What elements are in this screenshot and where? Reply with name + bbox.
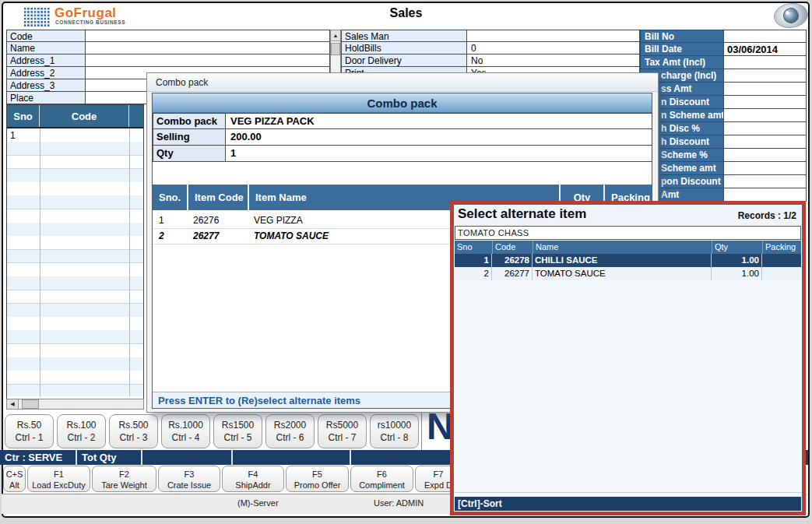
tender-amount: rs10000 — [371, 419, 418, 431]
fkey-label: Tare Weight — [93, 480, 156, 491]
column-header-itemcode: Item Code — [187, 185, 248, 210]
field-label-address3: Address_3 — [6, 79, 86, 92]
cell-name: CHILLI SAUCE — [533, 254, 712, 267]
total-label-billno: Bill No — [640, 30, 724, 43]
sales-items-rows[interactable]: 1 — [7, 128, 143, 396]
tender-button-500[interactable]: Rs.500Ctrl - 3 — [109, 414, 158, 448]
scroll-up-icon[interactable]: ▲ — [331, 30, 340, 41]
holdbills-field[interactable]: 0 — [467, 42, 640, 55]
fkey-f1[interactable]: F1Load ExcDuty — [27, 466, 90, 492]
tender-amount: Rs.500 — [110, 419, 157, 431]
fkey-code: F6 — [351, 469, 413, 480]
tender-button-10000[interactable]: rs10000Ctrl - 8 — [370, 414, 419, 448]
alternate-dialog-title: Select alternate item — [458, 206, 586, 222]
alternate-dialog-titlebar[interactable]: Select alternate item Records : 1/2 — [454, 205, 802, 225]
cell-name: TOMATO SAUCE — [533, 267, 712, 280]
scroll-left-icon[interactable]: ◀ — [7, 399, 19, 409]
tender-button-1000[interactable]: Rs.1000Ctrl - 4 — [161, 414, 210, 448]
fkey-f3[interactable]: F3Crate Issue — [158, 466, 220, 492]
status-divider — [141, 450, 142, 465]
qty-field[interactable]: 1 — [226, 146, 652, 162]
alternate-dialog-body: Select alternate item Records : 1/2 TOMA… — [453, 204, 803, 512]
tender-button-2000[interactable]: Rs2000Ctrl - 6 — [265, 414, 315, 448]
salesman-field[interactable] — [467, 30, 640, 42]
fkey-f6[interactable]: F6Compliment — [350, 466, 413, 492]
field-label-doordelivery: Door Delivery — [341, 55, 467, 67]
alternate-item-row[interactable]: 2 26277 TOMATO SAUCE 1.00 — [455, 267, 801, 281]
desktop: GoFrugal CONNECTING BUSINESS Sales Code … — [0, 0, 812, 524]
counter-status: Ctr : SERVE — [5, 452, 62, 463]
field-label-holdbills: HoldBills — [341, 42, 467, 55]
code-field[interactable] — [86, 30, 330, 42]
user-status: User: ADMIN — [374, 498, 424, 508]
cashdiscount-value[interactable] — [724, 135, 807, 149]
qty-field-label: Qty — [153, 146, 226, 162]
gofrugal-tagline: CONNECTING BUSINESS — [55, 19, 125, 25]
column-header-code: Code — [40, 105, 129, 127]
net-amount-partial-display: N — [421, 408, 450, 450]
items-hscrollbar-thumb[interactable] — [22, 399, 39, 409]
cell-packing — [762, 267, 801, 280]
tender-key: Ctrl - 4 — [162, 431, 209, 444]
schemepct-value[interactable] — [724, 149, 807, 162]
column-header-packing: Packing — [762, 241, 801, 254]
column-header-sno: Sno — [7, 105, 40, 127]
schemeamt2-value[interactable] — [724, 162, 807, 175]
fkey-label: Crate Issue — [159, 480, 220, 491]
form-scrollbar-thumb[interactable] — [331, 43, 340, 55]
alternate-table-header: Sno Code Name Qty Packing — [455, 241, 801, 254]
fkey-alt[interactable]: C+SAlt — [3, 466, 26, 492]
page-title: Sales — [0, 6, 812, 20]
fkey-label: ShipAddr — [223, 480, 283, 491]
items-hscrollbar[interactable]: ◀ — [6, 399, 144, 410]
discount-value[interactable] — [724, 96, 807, 109]
fkey-code: C+S — [4, 469, 25, 480]
tender-amount: Rs.100 — [58, 419, 105, 431]
taxamt-value[interactable] — [724, 56, 807, 69]
coupondiscount-value[interactable] — [724, 175, 807, 188]
discpct-value[interactable] — [724, 122, 807, 135]
tender-button-1500[interactable]: Rs1500Ctrl - 5 — [213, 414, 262, 448]
fkey-f2[interactable]: F2Tare Weight — [92, 466, 156, 492]
fkey-f4[interactable]: F4ShipAddr — [222, 466, 284, 492]
alternate-dialog-sort-hint: [Ctrl]-Sort — [455, 497, 801, 511]
alternate-search-input[interactable]: TOMATO CHASS — [455, 226, 801, 240]
net-amount-letter: N — [427, 408, 450, 448]
combo-field-label: Combo pack — [153, 113, 226, 129]
doordelivery-field[interactable]: No — [467, 55, 640, 67]
table-row[interactable]: 1 — [10, 130, 16, 141]
tender-key: Ctrl - 2 — [58, 431, 105, 444]
combo-pack-name-field[interactable]: VEG PIZZA PACK — [226, 113, 652, 129]
fkey-label: Compliment — [351, 480, 413, 491]
combo-dialog-titlebar[interactable]: Combo pack — [147, 73, 658, 92]
field-label-place: Place — [6, 92, 86, 104]
fkey-f5[interactable]: F5Promo Offer — [286, 466, 349, 492]
column-header-code: Code — [492, 241, 533, 254]
grossamt-value[interactable] — [724, 83, 807, 96]
grid-line — [40, 128, 40, 396]
selling-field[interactable]: 200.00 — [226, 129, 652, 146]
field-label-name: Name — [6, 42, 86, 55]
cell-sno: 1 — [153, 213, 187, 228]
address1-field[interactable] — [86, 55, 330, 67]
total-label-taxamt: Tax Amt (Incl) — [640, 56, 724, 69]
charge-value[interactable] — [724, 69, 807, 83]
fkey-label: Load ExcDuty — [28, 480, 90, 491]
tender-key: Ctrl - 6 — [266, 431, 314, 444]
tender-amount: Rs2000 — [266, 419, 314, 431]
name-field[interactable] — [86, 42, 330, 55]
tender-button-50[interactable]: Rs.50Ctrl - 1 — [5, 414, 54, 448]
status-divider — [350, 450, 351, 465]
fkey-code: F3 — [159, 469, 220, 480]
fkey-label: Promo Offer — [286, 480, 348, 491]
column-header-sno: Sno — [455, 241, 492, 254]
billno-value[interactable] — [724, 30, 807, 43]
status-divider — [231, 450, 233, 465]
billdate-value[interactable]: 03/06/2014 — [724, 43, 807, 56]
tender-amount: Rs5000 — [318, 419, 366, 431]
netamt-value[interactable] — [724, 188, 807, 202]
tender-button-5000[interactable]: Rs5000Ctrl - 7 — [318, 414, 367, 448]
alternate-item-row-selected[interactable]: 1 26278 CHILLI SAUCE 1.00 — [455, 254, 801, 267]
tender-button-100[interactable]: Rs.100Ctrl - 2 — [57, 414, 106, 448]
schemeamt1-value[interactable] — [724, 109, 807, 122]
